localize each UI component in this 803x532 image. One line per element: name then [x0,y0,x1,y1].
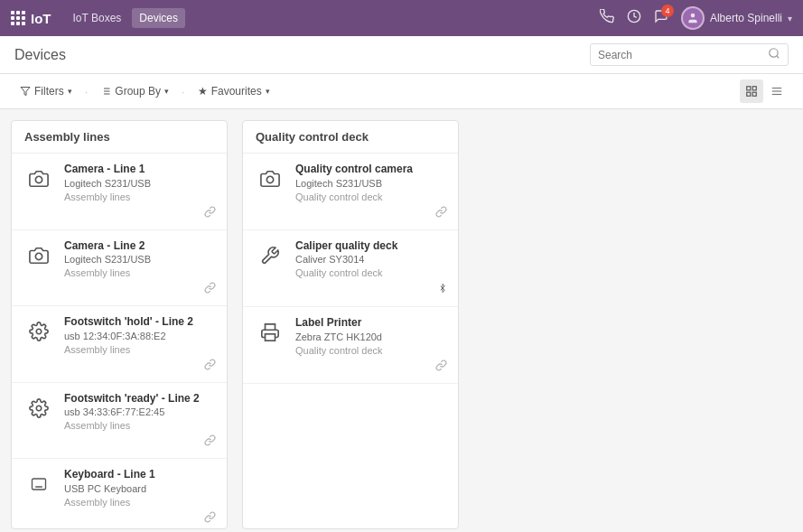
filters-button[interactable]: Filters ▾ [14,81,78,101]
device-card-row: Camera - Line 1Logitech S231/USBAssembly… [23,163,216,202]
device-info: Keyboard - Line 1USB PC KeyboardAssembly… [64,468,216,508]
search-box[interactable] [590,43,789,66]
toolbar: Filters ▾ · Group By ▾ · ★ Favourites ▾ [0,74,803,109]
device-info: Caliper quality deckCaliver SY3014Qualit… [295,239,447,279]
keyboard-icon [23,468,55,500]
search-input[interactable] [598,49,762,61]
device-info: Label PrinterZebra ZTC HK120dQuality con… [295,316,447,356]
group-by-button[interactable]: Group By ▾ [95,81,174,101]
svg-point-2 [770,49,778,57]
device-group: Assembly lines [64,191,216,202]
camera-icon [254,163,286,195]
device-group: Assembly lines [64,420,216,431]
device-model: Caliver SY3014 [295,254,447,265]
page-title: Devices [14,47,66,63]
link-icon[interactable] [435,206,447,220]
star-icon: ★ [198,85,208,98]
device-group: Assembly lines [64,344,216,355]
device-card-row: Quality control cameraLogitech S231/USBQ… [254,163,447,202]
bluetooth-icon [438,282,447,297]
svg-point-1 [691,14,696,18]
device-info: Camera - Line 1Logitech S231/USBAssembly… [64,163,216,202]
group-by-label: Group By [115,85,161,98]
device-card-footer [23,204,216,220]
svg-point-21 [36,406,42,411]
device-name: Camera - Line 2 [64,239,216,254]
kanban-view-button[interactable] [740,79,763,103]
svg-point-24 [266,176,273,182]
link-icon[interactable] [435,359,447,374]
device-card-footer [23,433,216,449]
favourites-label: Favourites [211,85,262,98]
device-model: usb 34:33:6F:77:E2:45 [64,406,216,417]
filters-label: Filters [34,85,64,98]
device-card-footer [23,509,216,526]
device-model: Logitech S231/USB [64,254,216,265]
wrench-icon [254,239,286,272]
phone-icon[interactable] [600,9,614,27]
nav-devices[interactable]: Devices [132,8,185,28]
device-name: Camera - Line 1 [64,163,216,177]
list-view-button[interactable] [765,79,789,103]
device-model: USB PC Keyboard [64,483,216,494]
device-card-row: Footswitch 'ready' - Line 2usb 34:33:6F:… [23,392,216,432]
chat-badge: 4 [661,5,674,17]
device-name: Label Printer [295,316,447,331]
svg-rect-11 [747,87,751,90]
col-header-assembly-lines: Assembly lines [12,121,227,154]
nav-iot-boxes[interactable]: IoT Boxes [66,8,129,28]
device-info: Footswitch 'ready' - Line 2usb 34:33:6F:… [64,392,216,432]
topnav-right: 4 Alberto Spinelli ▾ [600,6,792,30]
device-card[interactable]: Camera - Line 2Logitech S231/USBAssembly… [12,230,227,307]
device-model: usb 12:34:0F:3A:88:E2 [64,331,216,341]
favourites-button[interactable]: ★ Favourites ▾ [192,81,275,101]
app-logo[interactable]: IoT [11,11,51,26]
svg-rect-14 [752,92,756,96]
link-icon[interactable] [204,206,216,220]
device-info: Quality control cameraLogitech S231/USBQ… [295,163,447,202]
device-group: Assembly lines [64,497,216,508]
app-title: IoT [31,11,51,26]
device-model: Logitech S231/USB [295,178,447,189]
device-name: Caliper quality deck [295,239,447,254]
svg-line-3 [777,56,780,59]
device-card-footer [23,357,216,373]
device-card-footer [23,280,216,296]
user-menu[interactable]: Alberto Spinelli ▾ [681,6,792,30]
col-header-quality-control: Quality control deck [243,121,458,154]
svg-rect-12 [752,87,756,90]
main-content: Assembly lines Camera - Line 1Logitech S… [0,109,803,532]
clock-icon[interactable] [627,9,641,27]
device-card-row: Keyboard - Line 1USB PC KeyboardAssembly… [23,468,216,508]
link-icon[interactable] [204,511,216,526]
top-menu: IoT Boxes Devices [66,8,186,28]
device-card[interactable]: Footswitch 'hold' - Line 2usb 12:34:0F:3… [12,306,227,383]
device-name: Footswitch 'hold' - Line 2 [64,315,216,330]
filters-chevron: ▾ [68,87,72,96]
svg-point-18 [35,176,42,182]
device-card-footer [254,280,447,297]
separator2: · [182,85,185,98]
link-icon[interactable] [204,434,216,449]
breadcrumb-bar: Devices [0,36,803,74]
device-card-footer [254,358,447,374]
device-group: Assembly lines [64,267,216,278]
svg-marker-4 [21,88,30,96]
device-card[interactable]: Footswitch 'ready' - Line 2usb 34:33:6F:… [12,383,227,460]
user-name: Alberto Spinelli [710,12,782,24]
device-card-row: Caliper quality deckCaliver SY3014Qualit… [254,239,447,279]
user-avatar [681,6,705,30]
device-info: Footswitch 'hold' - Line 2usb 12:34:0F:3… [64,315,216,355]
device-card[interactable]: Label PrinterZebra ZTC HK120dQuality con… [243,307,458,384]
device-card[interactable]: Quality control cameraLogitech S231/USBQ… [243,154,458,230]
link-icon[interactable] [204,282,216,296]
chat-icon[interactable]: 4 [654,9,668,27]
device-card-row: Label PrinterZebra ZTC HK120dQuality con… [254,316,447,356]
device-card[interactable]: Camera - Line 1Logitech S231/USBAssembly… [12,154,227,230]
gear-icon [23,315,55,348]
search-icon [768,47,780,62]
device-card[interactable]: Keyboard - Line 1USB PC KeyboardAssembly… [12,459,227,528]
camera-icon [23,163,55,195]
link-icon[interactable] [204,359,216,373]
device-card[interactable]: Caliper quality deckCaliver SY3014Qualit… [243,230,458,308]
